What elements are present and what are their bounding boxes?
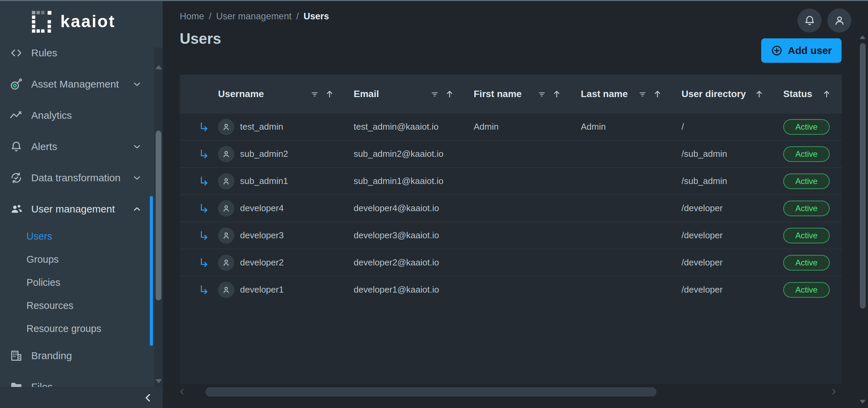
breadcrumb-user-management[interactable]: User management — [216, 11, 292, 22]
sort-asc-icon[interactable] — [552, 89, 562, 99]
person-icon — [833, 14, 846, 27]
status-badge: Active — [783, 255, 830, 271]
column-header-username[interactable]: Username — [218, 89, 354, 99]
sidebar-item-label: Rules — [31, 48, 57, 59]
table-row[interactable]: sub_admin1 sub_admin1@kaaiot.io /sub_adm… — [180, 167, 842, 194]
sort-asc-icon[interactable] — [754, 89, 764, 99]
person-icon — [221, 203, 231, 214]
brand-logo[interactable]: kaaiot — [30, 8, 116, 34]
table-row[interactable]: test_admin test_admin@kaaiot.io Admin Ad… — [180, 113, 842, 140]
cell-username: developer3 — [240, 230, 284, 241]
sort-asc-icon[interactable] — [445, 89, 455, 99]
cell-email: developer4@kaaiot.io — [354, 203, 474, 214]
chevron-down-icon — [132, 142, 142, 152]
cell-email: sub_admin2@kaaiot.io — [354, 149, 474, 159]
window-top-border — [0, 0, 868, 1]
sort-asc-icon[interactable] — [324, 89, 335, 99]
building-icon — [9, 349, 23, 363]
sidebar-item-asset-management[interactable]: Asset Management — [0, 69, 154, 100]
vscroll-up-arrow-icon[interactable] — [860, 35, 866, 39]
table-header-row: Username Email First name — [180, 75, 842, 113]
status-badge: Active — [783, 228, 830, 243]
impersonate-icon[interactable] — [198, 148, 210, 160]
sidebar-item-policies[interactable]: Policies — [0, 271, 154, 294]
sidebar-item-files[interactable]: Files — [0, 371, 154, 388]
sidebar-footer — [0, 387, 163, 408]
chevron-up-icon — [132, 204, 142, 214]
cell-user-directory: /developer — [682, 284, 783, 295]
status-badge: Active — [783, 282, 830, 298]
sidebar-item-users[interactable]: Users — [0, 225, 154, 248]
cell-email: sub_admin1@kaaiot.io — [354, 176, 474, 186]
table-row[interactable]: sub_admin2 sub_admin2@kaaiot.io /sub_adm… — [180, 140, 842, 167]
table-row[interactable]: developer3 developer3@kaaiot.io /develop… — [180, 222, 842, 249]
person-icon — [221, 230, 231, 241]
scroll-up-arrow-icon[interactable] — [155, 65, 162, 69]
sidebar: kaaiot Rules Asset Management Analytics … — [0, 1, 163, 408]
user-avatar — [218, 255, 234, 271]
cell-user-directory: / — [682, 122, 783, 132]
sidebar-item-analytics[interactable]: Analytics — [0, 100, 154, 131]
brand-logo-text: kaaiot — [60, 13, 116, 30]
sidebar-scrollbar-thumb[interactable] — [156, 131, 161, 300]
sidebar-item-groups[interactable]: Groups — [0, 248, 154, 271]
asset-tag-icon — [9, 77, 23, 91]
account-button[interactable] — [827, 8, 851, 33]
sidebar-item-rules[interactable]: Rules — [0, 48, 154, 69]
sidebar-item-user-management[interactable]: User management — [0, 193, 154, 225]
notifications-button[interactable] — [797, 8, 822, 33]
person-icon — [221, 149, 231, 159]
horizontal-scrollbar-thumb[interactable] — [205, 387, 656, 396]
hscroll-right-arrow-icon[interactable] — [829, 387, 838, 396]
plus-circle-icon — [771, 44, 783, 57]
filter-icon[interactable] — [537, 90, 546, 98]
vscroll-down-arrow-icon[interactable] — [860, 400, 866, 404]
vertical-scrollbar[interactable] — [859, 1, 866, 408]
user-avatar — [218, 282, 234, 298]
filter-icon[interactable] — [310, 90, 319, 98]
main-content: Home / User management / Users Users Add… — [163, 1, 868, 408]
impersonate-icon[interactable] — [198, 121, 210, 133]
table-row[interactable]: developer4 developer4@kaaiot.io /develop… — [180, 194, 842, 222]
sidebar-item-resource-groups[interactable]: Resource groups — [0, 317, 154, 340]
cell-email: test_admin@kaaiot.io — [354, 122, 474, 132]
impersonate-icon[interactable] — [198, 257, 210, 268]
impersonate-icon[interactable] — [198, 175, 210, 187]
sidebar-item-data-transformation[interactable]: Data transformation — [0, 162, 154, 193]
impersonate-icon[interactable] — [198, 203, 210, 214]
sort-asc-icon[interactable] — [822, 89, 832, 99]
filter-icon[interactable] — [638, 90, 647, 98]
user-avatar — [218, 227, 234, 244]
sidebar-item-branding[interactable]: Branding — [0, 340, 154, 371]
sidebar-item-resources[interactable]: Resources — [0, 294, 154, 317]
column-header-user-directory[interactable]: User directory — [682, 89, 783, 99]
add-user-button[interactable]: Add user — [761, 38, 842, 63]
hscroll-left-arrow-icon[interactable] — [178, 387, 186, 396]
impersonate-icon[interactable] — [198, 230, 210, 241]
person-icon — [221, 258, 231, 268]
cell-email: developer3@kaaiot.io — [354, 230, 474, 241]
breadcrumb-home[interactable]: Home — [180, 11, 204, 22]
person-icon — [221, 122, 231, 132]
filter-icon[interactable] — [430, 90, 439, 98]
cell-user-directory: /sub_admin — [682, 149, 783, 159]
column-header-last-name[interactable]: Last name — [581, 89, 682, 99]
sort-asc-icon[interactable] — [652, 89, 663, 99]
user-avatar — [218, 146, 234, 162]
column-header-status[interactable]: Status — [783, 89, 842, 99]
column-header-email[interactable]: Email — [354, 89, 474, 99]
scroll-down-arrow-icon[interactable] — [155, 379, 162, 383]
sidebar-item-alerts[interactable]: Alerts — [0, 131, 154, 162]
table-row[interactable]: developer2 developer2@kaaiot.io /develop… — [180, 249, 842, 276]
column-header-first-name[interactable]: First name — [474, 89, 581, 99]
impersonate-icon[interactable] — [198, 284, 210, 296]
brand-logo-icon — [30, 9, 55, 34]
vertical-scrollbar-thumb[interactable] — [860, 43, 866, 309]
sidebar-scrollbar[interactable] — [154, 48, 163, 388]
collapse-sidebar-icon[interactable] — [142, 392, 154, 404]
active-section-indicator — [150, 196, 153, 346]
cell-username: sub_admin1 — [240, 176, 288, 186]
cell-user-directory: /developer — [682, 203, 783, 214]
table-row[interactable]: developer1 developer1@kaaiot.io /develop… — [180, 276, 842, 303]
user-avatar — [218, 173, 234, 189]
